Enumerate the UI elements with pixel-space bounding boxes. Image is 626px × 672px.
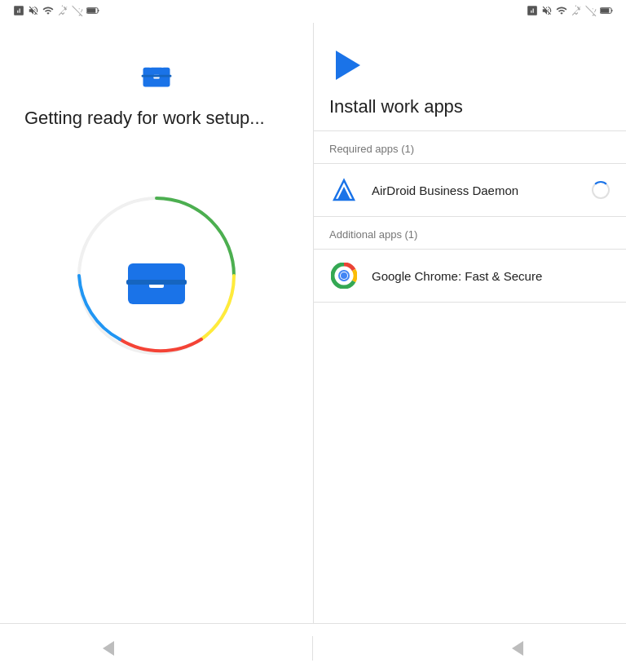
status-icons-right [527, 5, 613, 18]
getting-ready-text: Getting ready for work setup... [16, 108, 265, 129]
wifi-icon-right [556, 5, 567, 18]
nfc-icon-left [13, 5, 24, 18]
svg-rect-4 [611, 10, 612, 12]
mute-icon-left [28, 5, 39, 18]
install-work-apps-title: Install work apps [329, 96, 463, 117]
signal-off-icon-2-left [72, 5, 83, 18]
back-button-left[interactable] [96, 636, 121, 661]
svg-point-19 [341, 272, 347, 279]
svg-rect-2 [87, 8, 96, 12]
briefcase-icon-small [139, 55, 174, 91]
back-triangle-left [103, 641, 114, 656]
svg-rect-8 [142, 75, 172, 77]
additional-apps-label: Additional apps (1) [313, 217, 434, 249]
chrome-app-icon [329, 261, 359, 290]
nav-divider [312, 636, 313, 661]
svg-rect-1 [98, 10, 99, 12]
signal-off-icon-1-left [57, 5, 68, 18]
svg-rect-5 [601, 8, 610, 12]
svg-rect-12 [126, 280, 187, 285]
airdroid-app-name: AirDroid Business Daemon [372, 183, 592, 197]
loading-circle [75, 194, 238, 357]
signal-off-icon-2-right [585, 5, 597, 18]
briefcase-icon-center [120, 237, 193, 314]
chrome-app-name: Google Chrome: Fast & Secure [372, 269, 610, 283]
back-triangle-right [512, 641, 523, 656]
battery-icon-right [600, 6, 613, 17]
airdroid-app-icon [329, 175, 359, 205]
back-button-right[interactable] [505, 636, 530, 661]
play-store-icon [329, 47, 365, 86]
required-apps-label: Required apps (1) [313, 131, 430, 163]
right-panel: Install work apps Required apps (1) AirD… [313, 23, 626, 623]
chrome-app-item: Google Chrome: Fast & Secure [313, 250, 626, 302]
svg-marker-13 [336, 51, 360, 80]
status-icons-left [13, 5, 99, 18]
status-bar [0, 0, 626, 23]
mute-icon-right [541, 5, 553, 18]
bottom-divider [313, 302, 626, 303]
signal-off-icon-1-right [571, 5, 582, 18]
bottom-nav [0, 623, 626, 672]
battery-icon-left [86, 6, 99, 17]
airdroid-app-item: AirDroid Business Daemon [313, 164, 626, 216]
nfc-icon-right [527, 5, 538, 18]
left-panel: Getting ready for work setup... [0, 23, 313, 623]
wifi-icon-left [42, 5, 54, 18]
airdroid-loading-spinner [592, 181, 610, 199]
